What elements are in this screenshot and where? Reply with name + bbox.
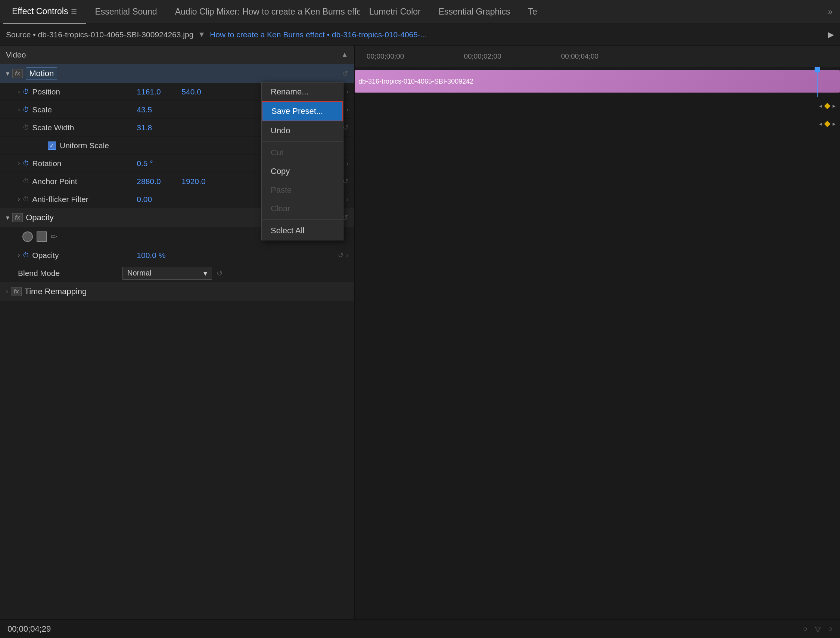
opacity-label: Opacity bbox=[32, 251, 137, 260]
scale-width-stopwatch-icon: ⏱ bbox=[23, 124, 29, 131]
position-keyframe-nav: ◂ ▸ bbox=[819, 102, 835, 109]
context-menu-undo[interactable]: Undo bbox=[262, 121, 343, 140]
scale-value[interactable]: 43.5 bbox=[137, 105, 182, 114]
opacity-row: › ⏱ Opacity 100.0 % ↺ › bbox=[0, 246, 354, 264]
circle-end-icon[interactable]: ○ bbox=[828, 625, 832, 633]
scale-chevron[interactable]: › bbox=[18, 106, 20, 113]
opacity-fx-badge: fx bbox=[12, 213, 23, 222]
scale-stopwatch-icon[interactable]: ⏱ bbox=[23, 106, 29, 114]
opacity-chevron[interactable]: ▾ bbox=[6, 213, 9, 222]
blend-mode-dropdown[interactable]: Normal ▾ bbox=[122, 267, 212, 280]
anchor-point-x-value[interactable]: 2880.0 bbox=[137, 177, 182, 186]
motion-reset-icon[interactable]: ↺ bbox=[342, 69, 348, 78]
context-menu-clear: Clear bbox=[262, 199, 343, 218]
source-sequence-link[interactable]: How to create a Ken Burns effect • db-31… bbox=[210, 30, 427, 39]
scale-keyframe-diamond[interactable] bbox=[824, 121, 831, 127]
position-expand-icon[interactable]: › bbox=[346, 88, 348, 95]
opacity-controls: ↺ › bbox=[338, 251, 348, 259]
motion-title[interactable]: Motion bbox=[26, 67, 57, 80]
anti-flicker-expand-icon[interactable]: › bbox=[346, 196, 348, 203]
timecode-display[interactable]: 00;00;04;29 bbox=[8, 624, 51, 634]
blend-mode-reset-icon[interactable]: ↺ bbox=[216, 269, 223, 278]
ellipse-mask-tool[interactable] bbox=[22, 231, 33, 242]
position-x-value[interactable]: 1161.0 bbox=[137, 87, 182, 96]
time-remapping-chevron[interactable]: › bbox=[6, 288, 8, 295]
source-file-label: Source • db-316-tropics-010-4065-SBI-300… bbox=[6, 30, 193, 39]
timeline-times: 00;00;00;00 00;00;02;00 00;00;04;00 bbox=[359, 52, 598, 60]
context-menu: Rename... Save Preset... Undo Cut Copy P… bbox=[261, 82, 343, 240]
anti-flicker-chevron[interactable]: › bbox=[18, 196, 20, 203]
timeline-ruler: 00;00;00;00 00;00;02;00 00;00;04;00 bbox=[355, 46, 840, 67]
clip-track: db-316-tropics-010-4065-SBI-3009242 bbox=[355, 67, 840, 97]
position-keyframe-diamond[interactable] bbox=[824, 103, 831, 109]
rotation-stopwatch-icon[interactable]: ⏱ bbox=[23, 160, 29, 167]
circle-start-icon[interactable]: ○ bbox=[803, 625, 807, 633]
tab-overflow-icon[interactable]: » bbox=[824, 7, 837, 17]
position-y-value[interactable]: 540.0 bbox=[182, 87, 226, 96]
anchor-point-y-value[interactable]: 1920.0 bbox=[182, 177, 226, 186]
time-remapping-title[interactable]: Time Remapping bbox=[25, 287, 87, 297]
clip-block[interactable]: db-316-tropics-010-4065-SBI-3009242 bbox=[355, 70, 840, 93]
motion-chevron[interactable]: ▾ bbox=[6, 69, 9, 77]
tab-lumetri-color[interactable]: Lumetri Color bbox=[360, 0, 430, 24]
collapse-icon[interactable]: ▲ bbox=[341, 51, 348, 59]
tab-bar: Effect Controls ☰ Essential Sound Audio … bbox=[0, 0, 840, 24]
scale-width-controls: ↺ bbox=[343, 123, 348, 132]
rectangle-mask-tool[interactable] bbox=[36, 231, 47, 242]
anchor-point-label: Anchor Point bbox=[32, 177, 137, 186]
anchor-point-stopwatch-icon: ⏱ bbox=[23, 178, 29, 185]
context-menu-copy[interactable]: Copy bbox=[262, 162, 343, 181]
scale-kf-next[interactable]: ▸ bbox=[832, 120, 835, 127]
scale-width-reset-icon[interactable]: ↺ bbox=[343, 123, 348, 132]
blend-mode-value: Normal bbox=[127, 269, 151, 277]
tab-label-essential-sound: Essential Sound bbox=[95, 7, 157, 17]
position-kf-next[interactable]: ▸ bbox=[832, 102, 835, 109]
scale-kf-prev[interactable]: ◂ bbox=[819, 120, 822, 127]
tab-te[interactable]: Te bbox=[519, 0, 546, 24]
opacity-value-chevron[interactable]: › bbox=[18, 252, 20, 259]
opacity-title[interactable]: Opacity bbox=[26, 213, 54, 223]
scale-width-label: Scale Width bbox=[32, 123, 137, 132]
scale-label: Scale bbox=[32, 105, 137, 114]
rotation-value[interactable]: 0.5 ° bbox=[137, 159, 182, 168]
context-menu-save-preset[interactable]: Save Preset... bbox=[262, 101, 343, 121]
video-label: Video bbox=[6, 51, 26, 59]
scale-expand-icon[interactable]: › bbox=[346, 106, 348, 113]
rotation-chevron[interactable]: › bbox=[18, 160, 20, 167]
time-remapping-fx-badge: fx bbox=[11, 287, 21, 296]
tab-effect-controls[interactable]: Effect Controls ☰ bbox=[3, 0, 86, 24]
opacity-stopwatch-icon[interactable]: ⏱ bbox=[23, 252, 29, 259]
scale-keyframe-nav: ◂ ▸ bbox=[819, 120, 835, 127]
filter-icon[interactable]: ▽ bbox=[815, 625, 821, 633]
rotation-label: Rotation bbox=[32, 159, 137, 168]
tab-menu-icon[interactable]: ☰ bbox=[71, 8, 77, 16]
pen-mask-tool[interactable]: ✏ bbox=[51, 232, 57, 241]
anti-flicker-value[interactable]: 0.00 bbox=[137, 195, 182, 204]
opacity-reset-icon-btn[interactable]: ↺ bbox=[338, 251, 343, 259]
playhead[interactable] bbox=[817, 67, 818, 97]
rotation-expand-icon[interactable]: › bbox=[346, 160, 348, 167]
position-kf-prev[interactable]: ◂ bbox=[819, 102, 822, 109]
blend-dropdown-arrow: ▾ bbox=[204, 269, 207, 278]
motion-section-header: ▾ fx Motion ↺ bbox=[0, 64, 354, 83]
time-0: 00;00;00;00 bbox=[366, 52, 404, 60]
context-menu-sep-2 bbox=[262, 220, 343, 220]
play-button[interactable]: ▶ bbox=[828, 30, 834, 39]
anti-flicker-stopwatch-icon: ⏱ bbox=[23, 196, 29, 203]
opacity-expand-icon[interactable]: › bbox=[346, 252, 348, 259]
anchor-point-reset-icon[interactable]: ↺ bbox=[343, 177, 348, 186]
tab-essential-sound[interactable]: Essential Sound bbox=[86, 0, 166, 24]
opacity-value[interactable]: 100.0 % bbox=[137, 251, 182, 260]
tab-essential-graphics[interactable]: Essential Graphics bbox=[430, 0, 519, 24]
context-menu-sep-1 bbox=[262, 142, 343, 142]
playhead-handle bbox=[815, 67, 820, 73]
scale-width-value[interactable]: 31.8 bbox=[137, 123, 182, 132]
time-2: 00;00;02;00 bbox=[464, 52, 501, 60]
context-menu-select-all[interactable]: Select All bbox=[262, 221, 343, 240]
uniform-scale-checkbox[interactable]: ✓ bbox=[48, 142, 56, 150]
tab-audio-clip-mixer[interactable]: Audio Clip Mixer: How to create a Ken Bu… bbox=[166, 0, 360, 24]
position-stopwatch-icon[interactable]: ⏱ bbox=[23, 88, 29, 96]
context-menu-rename[interactable]: Rename... bbox=[262, 82, 343, 101]
context-menu-cut: Cut bbox=[262, 143, 343, 162]
position-chevron[interactable]: › bbox=[18, 88, 20, 95]
